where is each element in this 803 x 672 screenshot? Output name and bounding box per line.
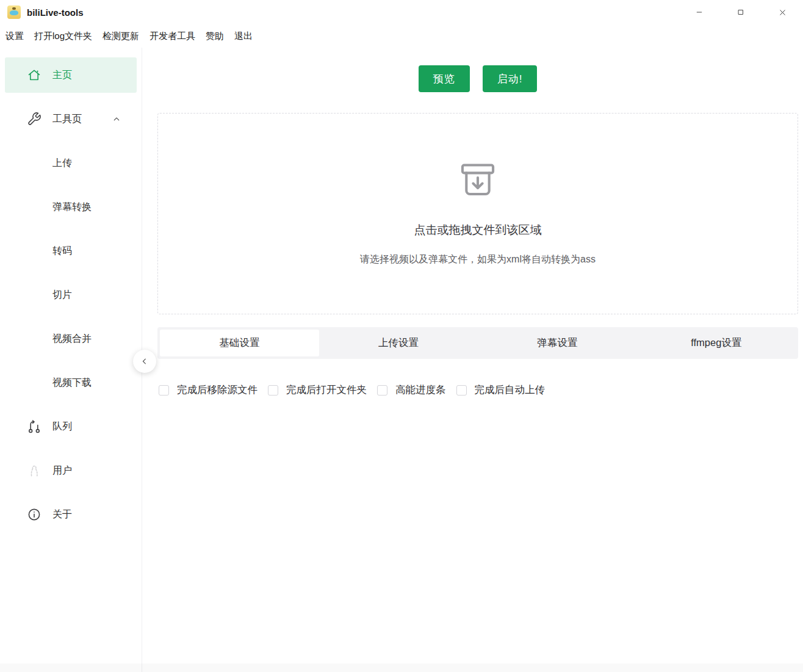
tab-3[interactable]: ffmpeg设置	[637, 330, 796, 356]
checkbox[interactable]	[456, 385, 467, 396]
menu-item-2[interactable]: 检测更新	[98, 28, 143, 45]
info-icon	[27, 507, 41, 522]
window-title: biliLive-tools	[27, 7, 84, 18]
sidebar-item-upload[interactable]: 上传	[5, 145, 137, 181]
archive-drop-icon	[456, 159, 499, 201]
titlebar: biliLive-tools	[0, 0, 803, 24]
sidebar-item-queue[interactable]: 队列	[5, 409, 137, 444]
sidebar-item-video-download[interactable]: 视频下载	[5, 365, 137, 400]
queue-icon	[27, 419, 41, 434]
menubar: 设置打开log文件夹检测更新开发者工具赞助退出	[0, 24, 803, 48]
checkbox-label: 完成后打开文件夹	[286, 383, 367, 397]
checkbox-option-1[interactable]: 完成后打开文件夹	[268, 383, 367, 397]
checkbox-label: 完成后自动上传	[475, 383, 546, 397]
tab-0[interactable]: 基础设置	[160, 330, 319, 356]
checkbox[interactable]	[159, 385, 169, 396]
action-row: 预览 启动!	[157, 65, 798, 92]
sidebar-item-label: 切片	[52, 289, 72, 302]
sidebar-item-video-merge[interactable]: 视频合并	[5, 321, 137, 356]
close-icon	[778, 8, 787, 17]
content-area: 预览 启动! 点击或拖拽文件到该区域 请选择视频以及弹幕文件，如果为xml将自动…	[142, 48, 803, 672]
app-logo-icon	[7, 5, 21, 19]
sidebar-item-home[interactable]: 主页	[5, 57, 137, 93]
sidebar-item-label: 视频下载	[52, 377, 92, 389]
chevron-left-icon	[139, 356, 150, 367]
checkbox-label: 高能进度条	[395, 383, 446, 397]
dropzone-subtitle: 请选择视频以及弹幕文件，如果为xml将自动转换为ass	[360, 253, 596, 266]
checkbox[interactable]	[268, 385, 278, 396]
settings-tabbar: 基础设置上传设置弹幕设置ffmpeg设置	[157, 327, 798, 359]
home-icon	[27, 68, 41, 82]
sidebar-item-label: 主页	[52, 69, 72, 82]
checkbox-option-0[interactable]: 完成后移除源文件	[159, 383, 257, 397]
dropzone-title: 点击或拖拽文件到该区域	[414, 222, 542, 238]
start-button[interactable]: 启动!	[483, 65, 538, 92]
window-controls	[679, 0, 803, 24]
options-row: 完成后移除源文件 完成后打开文件夹 高能进度条 完成后自动上传	[157, 383, 798, 397]
sidebar-item-label: 视频合并	[52, 333, 92, 345]
maximize-button[interactable]	[720, 0, 762, 24]
footer-strip	[0, 663, 803, 672]
sidebar-item-label: 队列	[52, 421, 72, 433]
tab-2[interactable]: 弹幕设置	[478, 330, 637, 356]
sidebar-item-label: 转码	[52, 245, 72, 258]
menu-item-1[interactable]: 打开log文件夹	[30, 28, 96, 45]
sidebar-item-label: 上传	[52, 157, 72, 170]
sidebar-item-user[interactable]: 用户	[5, 453, 137, 488]
menu-item-4[interactable]: 赞助	[201, 28, 228, 45]
wrench-icon	[27, 112, 41, 126]
minimize-button[interactable]	[679, 0, 720, 24]
checkbox-option-3[interactable]: 完成后自动上传	[456, 383, 546, 397]
sidebar-item-tools[interactable]: 工具页	[5, 101, 137, 137]
preview-button[interactable]: 预览	[419, 65, 470, 92]
close-button[interactable]	[762, 0, 803, 24]
sidebar-item-transcode[interactable]: 转码	[5, 233, 137, 269]
sidebar-item-label: 弹幕转换	[52, 201, 92, 214]
user-icon	[27, 463, 41, 478]
menu-item-0[interactable]: 设置	[1, 28, 28, 45]
minimize-icon	[695, 8, 704, 16]
file-dropzone[interactable]: 点击或拖拽文件到该区域 请选择视频以及弹幕文件，如果为xml将自动转换为ass	[157, 113, 798, 314]
maximize-icon	[736, 8, 745, 16]
sidebar-item-slice[interactable]: 切片	[5, 277, 137, 313]
sidebar-item-label: 用户	[52, 464, 72, 477]
menu-item-5[interactable]: 退出	[230, 28, 257, 45]
tab-1[interactable]: 上传设置	[319, 330, 478, 356]
checkbox[interactable]	[377, 385, 387, 396]
chevron-up-icon	[111, 114, 122, 125]
sidebar: 主页 工具页 上传 弹幕转换 转码 切片 视频合并 视频下载 队列 用户	[0, 48, 142, 672]
sidebar-collapse-button[interactable]	[133, 350, 156, 373]
checkbox-option-2[interactable]: 高能进度条	[377, 383, 446, 397]
checkbox-label: 完成后移除源文件	[177, 383, 257, 397]
sidebar-item-danmu-convert[interactable]: 弹幕转换	[5, 189, 137, 225]
sidebar-item-label: 工具页	[52, 113, 82, 126]
menu-item-3[interactable]: 开发者工具	[145, 28, 200, 45]
sidebar-item-label: 关于	[52, 508, 72, 521]
sidebar-item-about[interactable]: 关于	[5, 497, 137, 532]
main-layout: 主页 工具页 上传 弹幕转换 转码 切片 视频合并 视频下载 队列 用户	[0, 48, 803, 672]
